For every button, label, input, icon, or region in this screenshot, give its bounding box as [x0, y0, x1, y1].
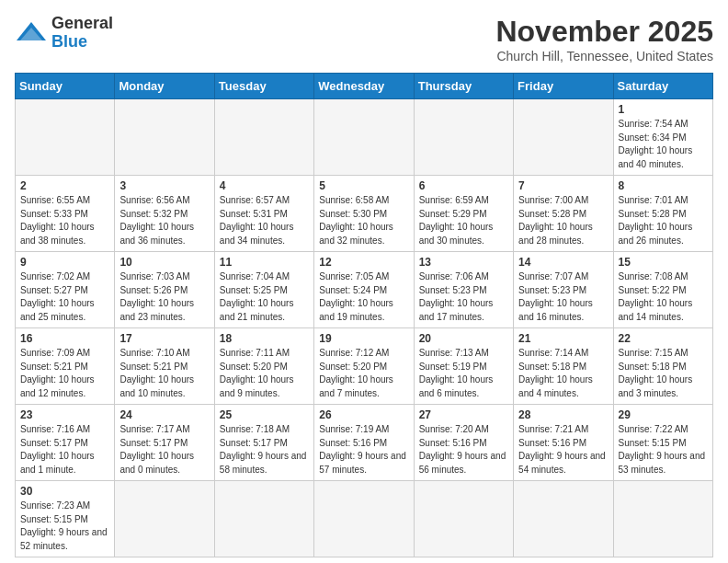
day-number: 20 — [419, 332, 508, 345]
calendar-day-cell: 16Sunrise: 7:09 AM Sunset: 5:21 PM Dayli… — [16, 328, 115, 405]
day-info: Sunrise: 7:15 AM Sunset: 5:18 PM Dayligh… — [619, 347, 708, 400]
calendar-day-cell: 11Sunrise: 7:04 AM Sunset: 5:25 PM Dayli… — [214, 252, 313, 328]
calendar-day-cell — [414, 99, 513, 176]
calendar-day-cell — [414, 481, 513, 557]
calendar-day-cell: 26Sunrise: 7:19 AM Sunset: 5:16 PM Dayli… — [314, 405, 414, 481]
day-info: Sunrise: 7:18 AM Sunset: 5:17 PM Dayligh… — [220, 423, 309, 477]
day-info: Sunrise: 7:05 AM Sunset: 5:24 PM Dayligh… — [319, 270, 408, 324]
weekday-header-sunday: Sunday — [16, 74, 115, 99]
weekday-header-row: SundayMondayTuesdayWednesdayThursdayFrid… — [16, 74, 713, 99]
calendar-day-cell: 1Sunrise: 7:54 AM Sunset: 6:34 PM Daylig… — [613, 99, 712, 176]
logo-icon — [15, 20, 48, 46]
day-number: 9 — [20, 256, 109, 269]
calendar-day-cell: 21Sunrise: 7:14 AM Sunset: 5:18 PM Dayli… — [514, 328, 613, 405]
day-info: Sunrise: 7:07 AM Sunset: 5:23 PM Dayligh… — [518, 270, 608, 324]
day-number: 12 — [319, 256, 408, 269]
calendar-day-cell: 7Sunrise: 7:00 AM Sunset: 5:28 PM Daylig… — [514, 176, 613, 252]
month-title: November 2025 — [495, 15, 713, 49]
weekday-header-wednesday: Wednesday — [314, 74, 414, 99]
day-number: 15 — [619, 256, 708, 269]
day-info: Sunrise: 7:06 AM Sunset: 5:23 PM Dayligh… — [419, 270, 508, 324]
day-number: 23 — [20, 408, 109, 421]
calendar-day-cell: 3Sunrise: 6:56 AM Sunset: 5:32 PM Daylig… — [115, 176, 214, 252]
calendar-day-cell: 17Sunrise: 7:10 AM Sunset: 5:21 PM Dayli… — [115, 328, 214, 405]
calendar-day-cell: 12Sunrise: 7:05 AM Sunset: 5:24 PM Dayli… — [314, 252, 414, 328]
day-number: 18 — [220, 332, 309, 345]
day-number: 21 — [518, 332, 608, 345]
logo: GeneralBlue — [15, 15, 113, 52]
day-number: 11 — [220, 256, 309, 269]
day-number: 6 — [419, 179, 508, 192]
day-info: Sunrise: 7:16 AM Sunset: 5:17 PM Dayligh… — [20, 423, 109, 477]
day-number: 27 — [419, 408, 508, 421]
day-number: 2 — [20, 179, 109, 192]
day-info: Sunrise: 7:08 AM Sunset: 5:22 PM Dayligh… — [619, 270, 708, 324]
day-number: 14 — [518, 256, 608, 269]
calendar-week-row: 30Sunrise: 7:23 AM Sunset: 5:15 PM Dayli… — [16, 481, 713, 557]
calendar-day-cell: 10Sunrise: 7:03 AM Sunset: 5:26 PM Dayli… — [115, 252, 214, 328]
day-number: 19 — [319, 332, 408, 345]
calendar-week-row: 9Sunrise: 7:02 AM Sunset: 5:27 PM Daylig… — [16, 252, 713, 328]
day-info: Sunrise: 6:58 AM Sunset: 5:30 PM Dayligh… — [319, 194, 408, 247]
day-info: Sunrise: 7:20 AM Sunset: 5:16 PM Dayligh… — [419, 423, 508, 477]
day-info: Sunrise: 7:11 AM Sunset: 5:20 PM Dayligh… — [220, 347, 309, 400]
day-info: Sunrise: 6:59 AM Sunset: 5:29 PM Dayligh… — [419, 194, 508, 247]
day-info: Sunrise: 6:56 AM Sunset: 5:32 PM Dayligh… — [119, 194, 209, 247]
location: Church Hill, Tennessee, United States — [495, 49, 713, 63]
calendar-day-cell — [314, 481, 414, 557]
calendar-day-cell: 30Sunrise: 7:23 AM Sunset: 5:15 PM Dayli… — [16, 481, 115, 557]
calendar-day-cell: 15Sunrise: 7:08 AM Sunset: 5:22 PM Dayli… — [613, 252, 712, 328]
calendar-day-cell: 9Sunrise: 7:02 AM Sunset: 5:27 PM Daylig… — [16, 252, 115, 328]
calendar-day-cell: 24Sunrise: 7:17 AM Sunset: 5:17 PM Dayli… — [115, 405, 214, 481]
calendar-day-cell — [314, 99, 414, 176]
day-number: 29 — [619, 408, 708, 421]
calendar-day-cell: 23Sunrise: 7:16 AM Sunset: 5:17 PM Dayli… — [16, 405, 115, 481]
day-number: 8 — [619, 179, 708, 192]
day-info: Sunrise: 7:00 AM Sunset: 5:28 PM Dayligh… — [518, 194, 608, 247]
day-info: Sunrise: 7:22 AM Sunset: 5:15 PM Dayligh… — [619, 423, 708, 477]
day-number: 3 — [119, 179, 209, 192]
calendar-day-cell: 29Sunrise: 7:22 AM Sunset: 5:15 PM Dayli… — [613, 405, 712, 481]
calendar-day-cell: 28Sunrise: 7:21 AM Sunset: 5:16 PM Dayli… — [514, 405, 613, 481]
calendar-day-cell: 18Sunrise: 7:11 AM Sunset: 5:20 PM Dayli… — [214, 328, 313, 405]
page-header: GeneralBlue November 2025 Church Hill, T… — [15, 15, 713, 63]
day-info: Sunrise: 7:12 AM Sunset: 5:20 PM Dayligh… — [319, 347, 408, 400]
day-info: Sunrise: 7:21 AM Sunset: 5:16 PM Dayligh… — [518, 423, 608, 477]
calendar-day-cell: 22Sunrise: 7:15 AM Sunset: 5:18 PM Dayli… — [613, 328, 712, 405]
day-number: 17 — [119, 332, 209, 345]
calendar-day-cell: 8Sunrise: 7:01 AM Sunset: 5:28 PM Daylig… — [613, 176, 712, 252]
calendar-day-cell — [214, 481, 313, 557]
calendar-day-cell: 2Sunrise: 6:55 AM Sunset: 5:33 PM Daylig… — [16, 176, 115, 252]
day-number: 26 — [319, 408, 408, 421]
day-info: Sunrise: 7:13 AM Sunset: 5:19 PM Dayligh… — [419, 347, 508, 400]
day-info: Sunrise: 7:14 AM Sunset: 5:18 PM Dayligh… — [518, 347, 608, 400]
day-info: Sunrise: 6:55 AM Sunset: 5:33 PM Dayligh… — [20, 194, 109, 247]
calendar-day-cell — [514, 99, 613, 176]
day-number: 1 — [619, 103, 708, 116]
day-info: Sunrise: 7:54 AM Sunset: 6:34 PM Dayligh… — [619, 118, 708, 171]
calendar-week-row: 2Sunrise: 6:55 AM Sunset: 5:33 PM Daylig… — [16, 176, 713, 252]
day-number: 25 — [220, 408, 309, 421]
calendar-day-cell — [115, 99, 214, 176]
day-number: 4 — [220, 179, 309, 192]
day-info: Sunrise: 6:57 AM Sunset: 5:31 PM Dayligh… — [220, 194, 309, 247]
day-number: 22 — [619, 332, 708, 345]
calendar-day-cell — [16, 99, 115, 176]
calendar-day-cell: 13Sunrise: 7:06 AM Sunset: 5:23 PM Dayli… — [414, 252, 513, 328]
weekday-header-monday: Monday — [115, 74, 214, 99]
day-number: 24 — [119, 408, 209, 421]
day-info: Sunrise: 7:09 AM Sunset: 5:21 PM Dayligh… — [20, 347, 109, 400]
calendar-week-row: 23Sunrise: 7:16 AM Sunset: 5:17 PM Dayli… — [16, 405, 713, 481]
calendar-week-row: 1Sunrise: 7:54 AM Sunset: 6:34 PM Daylig… — [16, 99, 713, 176]
day-number: 7 — [518, 179, 608, 192]
day-number: 28 — [518, 408, 608, 421]
day-info: Sunrise: 7:04 AM Sunset: 5:25 PM Dayligh… — [220, 270, 309, 324]
day-info: Sunrise: 7:23 AM Sunset: 5:15 PM Dayligh… — [20, 500, 109, 553]
day-number: 10 — [119, 256, 209, 269]
calendar-day-cell: 14Sunrise: 7:07 AM Sunset: 5:23 PM Dayli… — [514, 252, 613, 328]
day-number: 13 — [419, 256, 508, 269]
calendar-day-cell — [514, 481, 613, 557]
day-number: 30 — [20, 485, 109, 498]
calendar-week-row: 16Sunrise: 7:09 AM Sunset: 5:21 PM Dayli… — [16, 328, 713, 405]
weekday-header-tuesday: Tuesday — [214, 74, 313, 99]
